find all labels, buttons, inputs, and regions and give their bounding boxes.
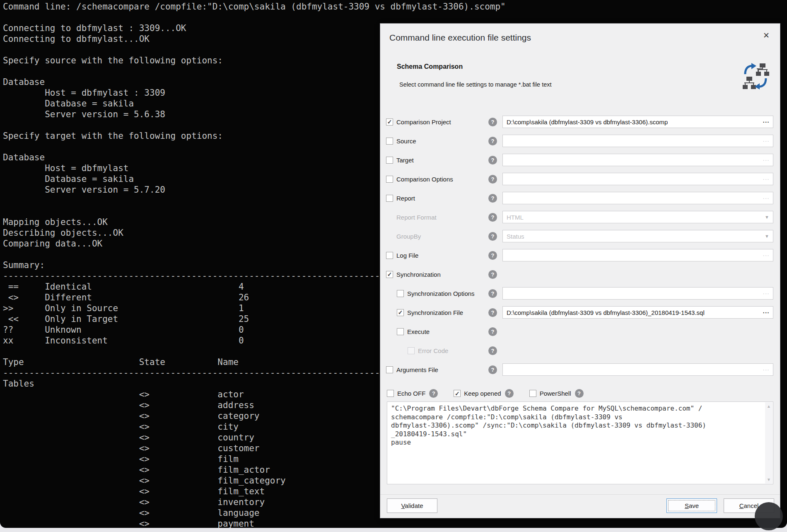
form-row-report-format: Report Format?HTML▼ <box>386 211 773 223</box>
form-row-comparison-project: ✓Comparison Project?D:\comp\sakila (dbfm… <box>386 116 773 128</box>
bat-file-textarea[interactable]: "C:\Program Files\Devart\dbForge Schema … <box>387 401 773 484</box>
help-icon[interactable]: ? <box>488 308 497 317</box>
row-label-group: ✓Synchronization <box>386 271 488 278</box>
row-field-report-format: HTML▼ <box>502 211 773 223</box>
row-field-target[interactable]: ... <box>502 154 773 166</box>
row-label-group: Error Code <box>386 347 488 354</box>
field-wrap: ... <box>502 192 773 204</box>
form-row-arguments-file: Arguments File?... <box>386 363 773 376</box>
help-icon[interactable]: ? <box>488 194 497 203</box>
synchronization-options-checkbox[interactable] <box>397 290 404 297</box>
row-label-group: Arguments File <box>386 366 488 373</box>
row-field-report[interactable]: ... <box>502 192 773 204</box>
form-row-synchronization-file: ✓Synchronization File?D:\comp\sakila (db… <box>386 306 773 319</box>
bat-file-text: "C:\Program Files\Devart\dbForge Schema … <box>387 402 773 447</box>
report-checkbox[interactable] <box>386 195 393 202</box>
browse-button[interactable]: ... <box>763 156 770 162</box>
row-field-comparison-options[interactable]: ... <box>502 173 773 185</box>
help-icon[interactable]: ? <box>575 389 584 398</box>
help-icon[interactable]: ? <box>488 175 497 184</box>
dropdown-arrow-icon: ▼ <box>765 215 769 220</box>
comparison-options-checkbox[interactable] <box>386 176 393 183</box>
browse-button[interactable]: ... <box>763 175 770 181</box>
field-wrap: HTML▼ <box>502 211 773 223</box>
help-icon[interactable]: ? <box>488 270 497 279</box>
form-row-comparison-options: Comparison Options?... <box>386 173 773 185</box>
row-field-log-file[interactable]: ... <box>502 249 773 261</box>
row-label: Execute <box>407 328 430 335</box>
cancel-button-label: Cancel <box>739 502 759 509</box>
help-icon[interactable]: ? <box>488 137 497 145</box>
scroll-down-icon[interactable]: ▼ <box>767 477 771 482</box>
powershell-checkbox[interactable] <box>529 390 536 397</box>
field-wrap: ... <box>502 154 773 166</box>
help-icon[interactable]: ? <box>488 251 497 260</box>
synchronization-file-checkbox[interactable]: ✓ <box>397 309 404 316</box>
help-icon[interactable]: ? <box>488 232 497 241</box>
field-wrap: ... <box>502 363 773 376</box>
help-icon[interactable]: ? <box>505 389 514 398</box>
save-button[interactable]: Save <box>666 498 717 513</box>
row-label-group: Report Format <box>386 214 488 221</box>
row-label: GroupBy <box>396 233 421 240</box>
row-label-group: Synchronization Options <box>386 290 488 297</box>
browse-button[interactable]: ... <box>763 289 770 295</box>
comparison-project-checkbox[interactable]: ✓ <box>386 118 393 126</box>
form-row-target: Target?... <box>386 154 773 166</box>
keep-opened-checkbox[interactable]: ✓ <box>454 390 461 397</box>
option-keep-opened: ✓Keep opened? <box>454 389 513 398</box>
help-icon[interactable]: ? <box>488 118 497 126</box>
schema-compare-icon <box>742 63 769 90</box>
error-code-checkbox[interactable] <box>408 347 415 354</box>
target-checkbox[interactable] <box>386 157 393 164</box>
row-field-comparison-project[interactable]: D:\comp\sakila (dbfmylast-3309 vs dbfmyl… <box>502 116 773 128</box>
arguments-file-checkbox[interactable] <box>386 366 393 373</box>
execute-checkbox[interactable] <box>397 328 404 335</box>
option-powershell: PowerShell? <box>529 389 584 398</box>
help-icon[interactable]: ? <box>429 389 438 398</box>
row-field-arguments-file[interactable]: ... <box>502 363 773 376</box>
source-checkbox[interactable] <box>386 138 393 145</box>
form-row-source: Source?... <box>386 135 773 147</box>
settings-form: ✓Comparison Project?D:\comp\sakila (dbfm… <box>386 116 773 382</box>
form-row-log-file: Log File?... <box>386 249 773 261</box>
form-row-report: Report?... <box>386 192 773 204</box>
scroll-up-icon[interactable]: ▲ <box>767 404 771 409</box>
browse-button[interactable]: ... <box>763 118 770 123</box>
help-icon[interactable]: ? <box>488 156 497 164</box>
row-label-group: ✓Comparison Project <box>386 118 488 126</box>
row-label: Target <box>396 157 414 164</box>
field-wrap: ... <box>502 287 773 300</box>
browse-button[interactable]: ... <box>763 308 770 314</box>
help-icon[interactable]: ? <box>488 365 497 374</box>
form-row-groupby: GroupBy?Status▼ <box>386 230 773 242</box>
row-field-source[interactable]: ... <box>502 135 773 147</box>
row-field-synchronization-options[interactable]: ... <box>502 287 773 300</box>
log-file-checkbox[interactable] <box>386 252 393 259</box>
dropdown-arrow-icon: ▼ <box>765 234 769 239</box>
textarea-scrollbar[interactable]: ▲ ▼ <box>765 402 773 484</box>
field-value: Status <box>507 233 524 240</box>
command-line-settings-dialog: Command line execution file settings ✕ S… <box>380 23 780 518</box>
row-label-group: Comparison Options <box>386 176 488 183</box>
browse-button[interactable]: ... <box>763 137 770 143</box>
synchronization-checkbox[interactable]: ✓ <box>386 271 393 278</box>
row-label-group: Source <box>386 138 488 145</box>
validate-button[interactable]: Validate <box>387 498 437 513</box>
dialog-titlebar[interactable]: Command line execution file settings ✕ <box>380 24 780 47</box>
form-row-error-code: Error Code? <box>386 344 773 357</box>
row-field-synchronization-file[interactable]: D:\comp\sakila (dbfmylast-3309 vs dbfmyl… <box>502 306 773 319</box>
save-button-label: Save <box>685 502 699 509</box>
help-icon[interactable]: ? <box>488 327 497 336</box>
help-icon[interactable]: ? <box>488 289 497 298</box>
form-row-synchronization: ✓Synchronization? <box>386 268 773 281</box>
help-icon[interactable]: ? <box>488 213 497 222</box>
row-label: Error Code <box>418 347 448 354</box>
close-icon[interactable]: ✕ <box>760 29 773 42</box>
browse-button[interactable]: ... <box>763 365 770 371</box>
browse-button[interactable]: ... <box>763 194 770 200</box>
browse-button[interactable]: ... <box>763 251 770 257</box>
help-icon[interactable]: ? <box>488 346 497 355</box>
form-row-synchronization-options: Synchronization Options?... <box>386 287 773 300</box>
echo-off-checkbox[interactable] <box>387 390 394 397</box>
